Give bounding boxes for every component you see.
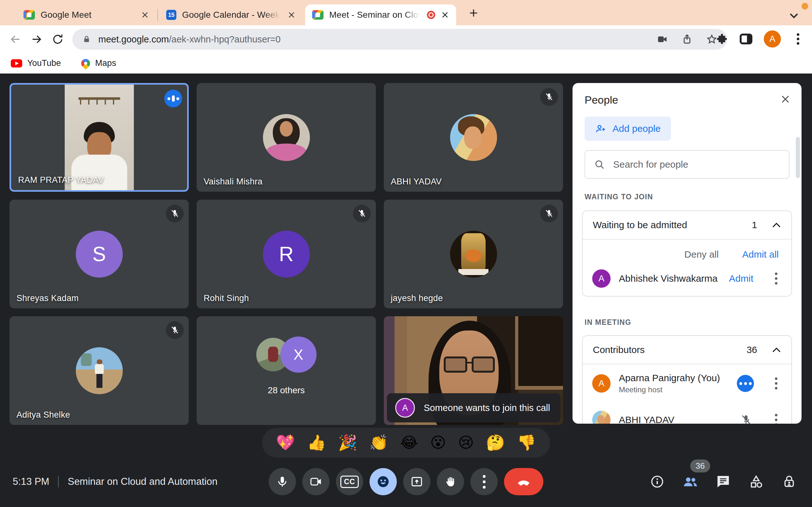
add-people-button[interactable]: Add people [585,117,671,141]
meeting-details-button[interactable] [649,473,665,490]
avatar-photo [263,114,310,161]
browser-profile-avatar[interactable]: A [764,31,781,48]
reaction-surprised[interactable]: 😮 [430,435,446,450]
chat-icon [716,474,731,489]
participant-name: Rohit Singh [204,293,249,303]
person-subtitle: Meeting host [619,385,728,394]
contributors-group-header[interactable]: Contributors 36 [583,336,792,364]
tab-title: Meet - Seminar on Cloud a [329,10,421,20]
browser-tab-strip: Google Meet 15 Google Calendar - Week of… [0,0,812,25]
panel-scrollbar-thumb[interactable] [796,137,800,178]
tab-close-icon[interactable] [441,11,449,19]
back-button[interactable] [9,33,21,46]
reaction-thumbs-up[interactable]: 👍 [307,435,326,450]
present-button[interactable] [403,468,430,495]
reaction-cry[interactable]: 😢 [458,435,474,450]
camera-permission-icon[interactable] [657,34,668,45]
meeting-title: Seminar on Cloud and Automation [67,476,217,487]
bookmark-youtube[interactable]: YouTube [11,58,61,68]
tab-meet-seminar-active[interactable]: Meet - Seminar on Cloud a [305,4,456,25]
google-meet-browser-window: Google Meet 15 Google Calendar - Week of… [0,0,812,507]
reaction-heart[interactable]: 💖 [276,435,295,450]
bookmark-maps[interactable]: Maps [81,58,116,68]
contributors-count: 36 [747,344,757,355]
participant-tile-rohit-singh: R Rohit Singh [197,200,376,308]
side-panel-icon[interactable] [740,34,752,44]
share-icon[interactable] [681,34,693,45]
avatar-letter: R [263,231,310,278]
waiting-person-row: A Abhishek Vishwakarma Admit [583,261,792,296]
participant-tile-video: A Someone wants to join this call [384,316,563,425]
tab-google-meet[interactable]: Google Meet [16,4,156,25]
participant-name: jayesh hegde [391,293,443,303]
participant-tile-vaishali-mishra: Vaishali Mishra [197,83,376,192]
close-panel-button[interactable] [780,94,791,105]
participant-name: ABHI YADAV [391,177,442,187]
participant-name: Aditya Shelke [16,410,70,420]
person-name: ABHI YADAV [619,414,732,424]
reaction-thinking[interactable]: 🤔 [486,435,505,450]
person-menu-icon[interactable] [770,377,782,389]
tab-close-icon[interactable] [141,11,149,19]
person-menu-icon[interactable] [770,414,782,424]
mic-off-badge [540,88,558,106]
end-call-icon [515,473,532,490]
avatar-letter: X [281,337,316,373]
meeting-stage: RAM PRATAP YADAV Vaishali Mishra ABHI YA… [0,73,812,507]
url-text[interactable]: meet.google.com/aek-xwhn-hpq?authuser=0 [98,34,281,45]
participant-name: RAM PRATAP YADAV [18,175,104,185]
contributor-row: ABHI YADAV [583,402,792,424]
participant-tile-shreyas-kadam: S Shreyas Kadam [9,200,189,308]
tab-search-chevron-icon[interactable] [789,13,799,19]
calendar-favicon: 15 [166,10,176,20]
reaction-thumbs-down[interactable]: 👎 [517,435,536,450]
section-label-waiting: WAITING TO JOIN [585,193,653,201]
camera-button[interactable] [302,468,329,495]
reaction-laugh[interactable]: 😂 [400,435,418,450]
admit-all-button[interactable]: Admit all [742,249,779,260]
person-add-icon [595,123,606,134]
meet-favicon [312,10,323,20]
waiting-group-header[interactable]: Waiting to be admitted 1 [583,211,792,239]
present-icon [410,475,423,488]
admit-button[interactable]: Admit [729,273,753,284]
tab-title: Google Calendar - Week of Sep [182,10,282,20]
participant-tile-jayesh-hegde: jayesh hegde [384,200,563,308]
reaction-clap[interactable]: 👏 [369,435,388,450]
contributor-row-host: A Aparna Panigrahy (You) Meeting host [583,364,792,402]
chevron-up-icon[interactable] [772,222,781,228]
avatar-photo [450,114,497,161]
mic-icon [275,475,289,488]
host-controls-button[interactable] [781,473,798,490]
captions-button[interactable]: CC [336,468,363,495]
person-menu-icon[interactable] [770,273,782,285]
search-input[interactable] [612,159,780,170]
reactions-button[interactable] [369,468,397,495]
deny-all-button[interactable]: Deny all [684,249,719,260]
join-request-toast: A Someone wants to join this call [387,393,560,422]
address-bar[interactable]: meet.google.com/aek-xwhn-hpq?authuser=0 [72,29,727,50]
toast-avatar: A [395,398,415,418]
raise-hand-button[interactable] [437,468,464,495]
kebab-icon [483,475,486,489]
lock-icon[interactable] [82,35,91,44]
people-panel-button[interactable]: 36 [682,473,699,490]
people-search[interactable] [585,150,790,179]
new-tab-button[interactable] [468,8,479,18]
chevron-up-icon[interactable] [772,347,781,353]
audio-speaking-indicator [164,90,182,107]
more-options-button[interactable] [470,468,498,495]
tab-close-icon[interactable] [287,11,296,19]
reload-button[interactable] [51,33,64,46]
chat-button[interactable] [715,473,731,490]
end-call-button[interactable] [504,468,543,495]
people-icon [682,474,698,490]
extensions-puzzle-icon[interactable] [716,33,728,45]
reactions-bar: 💖 👍 🎉 👏 😂 😮 😢 🤔 👎 [262,428,550,458]
forward-button[interactable] [31,33,43,46]
activities-button[interactable] [748,473,764,490]
tab-google-calendar[interactable]: 15 Google Calendar - Week of Sep [159,4,303,25]
mic-button[interactable] [269,468,296,495]
browser-menu-icon[interactable] [792,33,804,45]
reaction-party[interactable]: 🎉 [338,435,357,450]
